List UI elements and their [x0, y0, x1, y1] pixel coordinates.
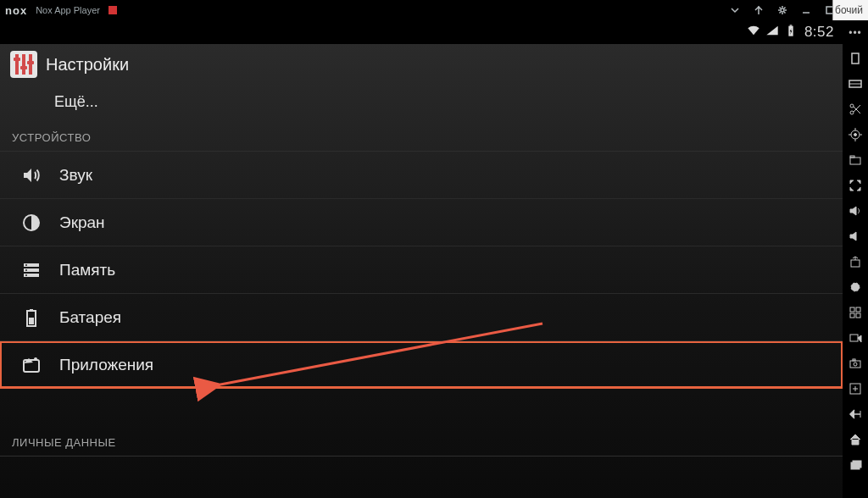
battery-row-icon [20, 307, 42, 329]
home-icon[interactable] [848, 432, 863, 447]
svg-rect-31 [850, 156, 854, 158]
recording-indicator-icon [108, 6, 117, 14]
apk-icon[interactable] [848, 254, 863, 269]
svg-point-21 [850, 111, 854, 114]
row-label: Батарея [59, 308, 121, 327]
svg-rect-39 [850, 361, 860, 368]
statusbar-clock: 8:52 [804, 24, 834, 41]
svg-rect-37 [856, 313, 860, 318]
volume-down-icon[interactable] [848, 229, 863, 244]
dropdown-button[interactable] [727, 3, 743, 18]
storage-icon [20, 259, 42, 281]
clipped-desktop-label: бочий [832, 0, 868, 20]
loading-icon[interactable] [848, 279, 863, 295]
record-icon[interactable] [848, 330, 863, 346]
svg-point-10 [25, 274, 27, 276]
svg-point-40 [854, 362, 857, 366]
minimize-button[interactable] [798, 3, 814, 18]
row-label: Звук [59, 166, 92, 185]
settings-app-icon [10, 51, 37, 78]
svg-rect-12 [30, 309, 33, 311]
svg-rect-35 [856, 307, 860, 312]
row-storage[interactable]: Память [0, 246, 843, 294]
add-icon[interactable] [848, 381, 863, 396]
pin-button[interactable] [751, 3, 766, 18]
signal-icon [765, 24, 779, 41]
row-label: Приложения [59, 356, 153, 374]
location-icon[interactable] [848, 127, 863, 142]
svg-line-23 [854, 105, 860, 112]
folder-icon[interactable] [848, 152, 863, 168]
row-display[interactable]: Экран [0, 199, 843, 246]
svg-rect-41 [853, 359, 855, 361]
scissors-icon[interactable] [848, 102, 863, 117]
svg-rect-36 [850, 313, 854, 318]
settings-header: Настройки [0, 44, 843, 85]
row-label: Память [59, 261, 115, 279]
back-icon[interactable] [848, 407, 863, 422]
row-apps[interactable]: Приложения [0, 341, 843, 389]
svg-point-15 [34, 357, 37, 361]
row-label: Экран [59, 213, 105, 232]
sound-icon [20, 164, 42, 186]
wifi-icon [747, 24, 760, 41]
apps-icon [20, 354, 42, 376]
svg-rect-13 [29, 318, 34, 324]
keyboard-icon[interactable] [848, 76, 863, 91]
section-personal: ЛИЧНЫЕ ДАННЫЕ [0, 428, 843, 456]
svg-point-33 [851, 283, 860, 291]
window-titlebar: nox Nox App Player [0, 0, 868, 20]
window-title: Nox App Player [36, 5, 100, 15]
row-battery[interactable]: Батарея [0, 294, 843, 341]
battery-icon [784, 24, 798, 41]
nox-sidebar: ••• [843, 20, 868, 498]
fullscreen-icon[interactable] [848, 178, 863, 193]
svg-rect-34 [850, 307, 854, 312]
rotate-icon[interactable] [848, 51, 863, 66]
screenshot-icon[interactable] [848, 356, 863, 371]
svg-point-8 [25, 264, 27, 266]
settings-title: Настройки [46, 55, 129, 75]
svg-point-9 [25, 269, 27, 271]
svg-line-22 [854, 107, 860, 113]
more-row[interactable]: Ещё... [0, 85, 843, 123]
section-device: УСТРОЙСТВО [0, 123, 843, 152]
row-sound[interactable]: Звук [0, 152, 843, 199]
svg-rect-38 [850, 335, 858, 341]
svg-point-20 [850, 104, 854, 108]
svg-rect-17 [852, 53, 859, 64]
nox-logo: nox [5, 4, 27, 17]
settings-gear-button[interactable] [775, 3, 790, 18]
svg-rect-3 [790, 25, 793, 25]
svg-rect-46 [853, 461, 861, 468]
svg-rect-30 [850, 158, 860, 164]
recents-icon[interactable] [848, 457, 863, 473]
android-statusbar: 8:52 [0, 20, 843, 44]
svg-point-25 [854, 134, 857, 136]
more-icon[interactable]: ••• [848, 25, 863, 41]
more-label: Ещё... [54, 93, 98, 110]
svg-rect-32 [851, 260, 860, 267]
svg-point-0 [781, 8, 784, 12]
display-icon [20, 212, 42, 234]
android-screen: 8:52 Настройки Ещё... УСТРОЙСТВО Звук [0, 20, 843, 498]
multi-instance-icon[interactable] [848, 305, 863, 320]
settings-list: Ещё... УСТРОЙСТВО Звук Экран Память [0, 85, 843, 498]
volume-up-icon[interactable] [848, 203, 863, 219]
